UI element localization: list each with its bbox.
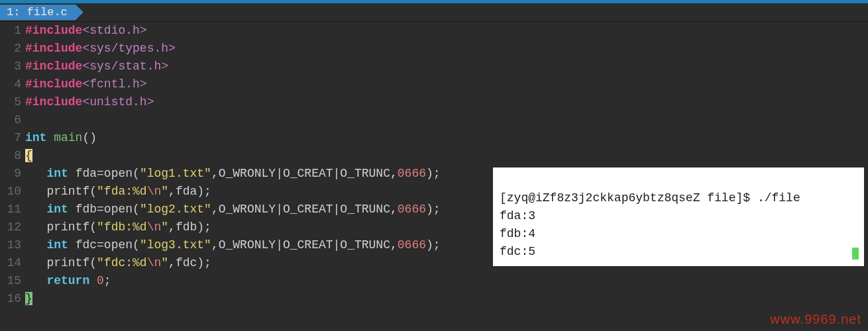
line-number: 4 [0,75,21,93]
code-line: } [25,290,868,308]
line-number: 14 [0,254,21,272]
code-line: #include<fcntl.h> [25,75,868,93]
terminal-cursor-icon [852,248,859,260]
watermark-text: www.9969.net [770,312,861,327]
code-line: #include<sys/stat.h> [25,58,868,75]
terminal-command: ./file [757,191,800,205]
terminal-panel[interactable]: [zyq@iZf8z3j2ckkap6ybtz8qseZ file]$ ./fi… [493,167,864,266]
code-line: #include<sys/types.h> [25,40,868,58]
code-line: int main() [25,129,868,147]
tab-file-c[interactable]: 1: file.c [0,5,83,21]
line-number: 11 [0,201,21,218]
terminal-output-line: fdc:5 [500,245,535,258]
tab-filename: file.c [27,6,68,19]
line-number: 15 [0,272,21,290]
line-number: 9 [0,165,21,183]
line-number: 8 [0,147,21,165]
terminal-output-line: fda:3 [500,209,535,222]
terminal-output-line: fdb:4 [500,227,535,240]
line-number: 13 [0,236,21,254]
line-number: 7 [0,129,21,147]
code-line [25,111,868,129]
code-line: #include<stdio.h> [25,22,868,40]
tab-bar: 1: file.c [0,3,868,22]
tab-index: 1: [7,6,20,19]
code-line: #include<unistd.h> [25,93,868,111]
line-number: 2 [0,40,21,58]
line-number: 3 [0,58,21,75]
line-number-gutter: 1 2 3 4 5 6 7 8 9 10 11 12 13 14 15 16 [0,22,25,308]
line-number: 12 [0,218,21,236]
terminal-prompt: [zyq@iZf8z3j2ckkap6ybtz8qseZ file]$ [500,191,757,205]
code-line: { [25,147,868,165]
line-number: 16 [0,290,21,308]
line-number: 5 [0,93,21,111]
line-number: 6 [0,111,21,129]
line-number: 10 [0,183,21,201]
code-line: return 0; [25,272,868,290]
line-number: 1 [0,22,21,40]
